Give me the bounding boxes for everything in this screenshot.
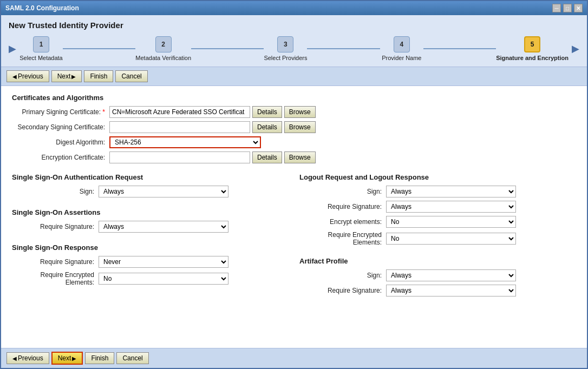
logout-req-enc-group: Require Encrypted Elements: No Yes	[299, 231, 576, 246]
step-3: 3 Select Providers	[264, 36, 307, 61]
sso-response-enc-label: Require Encrypted Elements:	[12, 271, 99, 286]
digest-select[interactable]: SHA-256 SHA-1 SHA-512	[109, 136, 261, 148]
certificates-section-title: Certificates and Algorithms	[12, 94, 576, 102]
required-star: *	[102, 108, 105, 116]
step-1-circle: 1	[33, 36, 49, 52]
encryption-cert-input[interactable]	[109, 151, 250, 163]
bottom-toolbar: ◀ Previous Next ▶ Finish Cancel	[1, 348, 587, 368]
logout-title: Logout Request and Logout Response	[299, 173, 576, 181]
sso-assertions-title: Single Sign-On Assertions	[12, 208, 289, 216]
primary-cert-details-button[interactable]: Details	[252, 106, 282, 118]
main-window: SAML 2.0 Configuration ─ □ ✕ New Trusted…	[0, 0, 588, 369]
wizard-steps: ▶ 1 Select Metadata 2 Metadata Verificat…	[1, 33, 587, 67]
step-2: 2 Metadata Verification	[135, 36, 191, 61]
prev-arrow-icon: ◀	[12, 74, 17, 80]
sso-response-sig-group: Require Signature: Always Never As neede…	[12, 256, 289, 268]
sso-response-sig-label: Require Signature:	[12, 258, 99, 266]
step-connector-2	[191, 48, 264, 49]
top-finish-button[interactable]: Finish	[84, 70, 113, 82]
top-previous-button[interactable]: ◀ Previous	[6, 70, 49, 82]
maximize-button[interactable]: □	[563, 4, 572, 12]
sso-auth-sign-group: Sign: Always Never As needed	[12, 186, 289, 197]
secondary-cert-input[interactable]	[109, 121, 250, 133]
minimize-button[interactable]: ─	[552, 4, 561, 12]
artifact-sign-group: Sign: Always Never As needed	[299, 269, 576, 281]
top-next-button[interactable]: Next ▶	[51, 70, 82, 82]
sso-assertions-sig-select[interactable]: Always Never As needed	[99, 221, 228, 233]
spacer-1	[12, 201, 289, 208]
encryption-cert-details-button[interactable]: Details	[252, 151, 282, 163]
step-5: 5 Signature and Encryption	[496, 36, 569, 61]
content-area: New Trusted Identity Provider ▶ 1 Select…	[1, 15, 587, 368]
spacer-3	[299, 249, 576, 257]
step-4-label: Provider Name	[382, 55, 421, 61]
bottom-prev-arrow-icon: ◀	[12, 355, 17, 361]
artifact-title: Artifact Profile	[299, 257, 576, 265]
page-title: New Trusted Identity Provider	[1, 15, 587, 33]
artifact-sig-group: Require Signature: Always Never As neede…	[299, 285, 576, 296]
secondary-cert-group: Secondary Signing Certificate: Details B…	[12, 121, 576, 133]
secondary-cert-details-button[interactable]: Details	[252, 121, 282, 133]
sso-auth-sign-label: Sign:	[12, 188, 99, 195]
sso-assertions-sig-label: Require Signature:	[12, 223, 99, 230]
step-4: 4 Provider Name	[380, 36, 423, 61]
step-connector-3	[307, 48, 380, 49]
encryption-cert-label: Encryption Certificate:	[12, 154, 109, 161]
step-3-circle: 3	[277, 36, 293, 52]
bottom-cancel-button[interactable]: Cancel	[116, 352, 148, 364]
logout-sign-select[interactable]: Always Never As needed	[386, 186, 516, 197]
step-4-circle: 4	[394, 36, 410, 52]
encryption-cert-group: Encryption Certificate: Details Browse	[12, 151, 576, 163]
logout-enc-select[interactable]: No Yes	[386, 216, 516, 228]
step-5-label: Signature and Encryption	[496, 55, 569, 61]
step-2-circle: 2	[155, 36, 172, 52]
artifact-sig-select[interactable]: Always Never As needed	[386, 285, 516, 296]
encryption-cert-row: Details Browse	[109, 151, 316, 163]
logout-sig-select[interactable]: Always Never As needed	[386, 201, 516, 213]
wizard-end-arrow: ▶	[572, 43, 579, 55]
logout-req-enc-select[interactable]: No Yes	[386, 233, 516, 245]
sso-assertions-sig-group: Require Signature: Always Never As neede…	[12, 221, 289, 233]
step-connector-1	[63, 48, 135, 49]
secondary-cert-row: Details Browse	[109, 121, 316, 133]
step-1: 1 Select Metadata	[19, 36, 63, 61]
sso-response-sig-select[interactable]: Always Never As needed	[99, 256, 228, 268]
title-bar-controls: ─ □ ✕	[552, 4, 583, 12]
top-toolbar: ◀ Previous Next ▶ Finish Cancel	[1, 67, 587, 86]
artifact-sign-label: Sign:	[299, 272, 386, 279]
bottom-finish-button[interactable]: Finish	[85, 352, 114, 364]
logout-sig-group: Require Signature: Always Never As neede…	[299, 201, 576, 213]
wizard-start-arrow: ▶	[9, 43, 16, 55]
left-column: Single Sign-On Authentication Request Si…	[12, 173, 289, 300]
primary-cert-browse-button[interactable]: Browse	[284, 106, 316, 118]
digest-label: Digest Algorithm:	[12, 139, 109, 146]
window-title: SAML 2.0 Configuration	[5, 4, 79, 12]
bottom-previous-button[interactable]: ◀ Previous	[6, 352, 49, 364]
digest-group: Digest Algorithm: SHA-256 SHA-1 SHA-512	[12, 136, 576, 148]
bottom-next-button[interactable]: Next ▶	[51, 352, 83, 365]
secondary-cert-label: Secondary Signing Certificate:	[12, 123, 109, 131]
logout-enc-group: Encrypt elements: No Yes	[299, 216, 576, 228]
top-cancel-button[interactable]: Cancel	[115, 70, 147, 82]
sso-response-enc-select[interactable]: No Yes	[99, 273, 228, 285]
step-1-label: Select Metadata	[19, 55, 63, 61]
artifact-sig-label: Require Signature:	[299, 287, 386, 294]
logout-req-enc-label: Require Encrypted Elements:	[299, 231, 386, 246]
secondary-cert-browse-button[interactable]: Browse	[284, 121, 316, 133]
logout-sig-label: Require Signature:	[299, 203, 386, 210]
encryption-cert-browse-button[interactable]: Browse	[284, 151, 316, 163]
step-5-circle: 5	[524, 36, 540, 52]
sso-auth-title: Single Sign-On Authentication Request	[12, 173, 289, 181]
primary-cert-input[interactable]	[109, 106, 250, 118]
primary-cert-group: Primary Signing Certificate: * Details B…	[12, 106, 576, 118]
primary-cert-label: Primary Signing Certificate: *	[12, 108, 109, 116]
logout-sign-label: Sign:	[299, 188, 386, 195]
artifact-sign-select[interactable]: Always Never As needed	[386, 269, 516, 281]
title-bar: SAML 2.0 Configuration ─ □ ✕	[1, 1, 587, 15]
sso-auth-sign-select[interactable]: Always Never As needed	[99, 186, 228, 197]
right-column: Logout Request and Logout Response Sign:…	[299, 173, 576, 300]
close-button[interactable]: ✕	[574, 4, 583, 12]
step-3-label: Select Providers	[264, 55, 307, 61]
main-content: Certificates and Algorithms Primary Sign…	[1, 86, 587, 348]
bottom-next-arrow-icon: ▶	[72, 355, 76, 361]
